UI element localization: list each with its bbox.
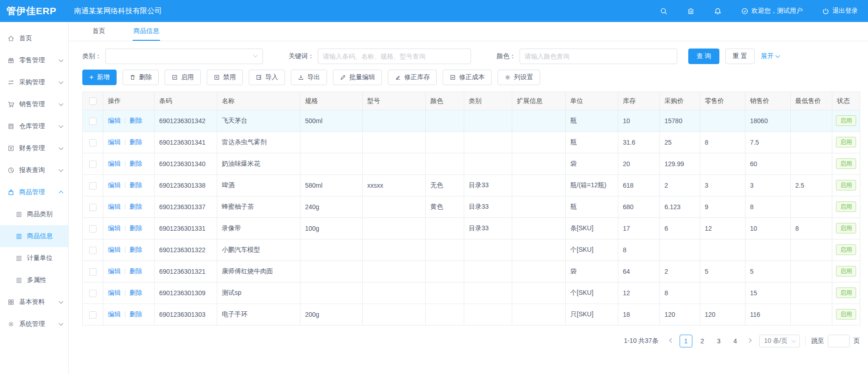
divider: [125, 311, 125, 317]
sidebar-item-basic-data[interactable]: 基本资料: [0, 291, 68, 313]
delete-link[interactable]: 删除: [129, 267, 142, 275]
delete-link[interactable]: 删除: [129, 289, 142, 296]
main-area: 首页 商品信息 类别： 关键词： 颜色： 查 询 重 置 展开 +: [69, 22, 868, 374]
import-button[interactable]: 导入: [249, 70, 285, 85]
edit-link[interactable]: 编辑: [108, 310, 121, 318]
delete-link[interactable]: 删除: [129, 203, 142, 210]
row-checkbox[interactable]: [89, 247, 96, 254]
page-number-button[interactable]: 2: [696, 335, 709, 347]
disable-button[interactable]: 禁用: [207, 70, 243, 85]
cell-model: [363, 239, 426, 261]
enable-button[interactable]: 启用: [165, 70, 201, 85]
sidebar-item-finance[interactable]: 财务管理: [0, 137, 68, 159]
cell-category: [464, 261, 512, 282]
reset-button[interactable]: 重 置: [725, 49, 755, 64]
cell-spec: 500ml: [300, 110, 363, 132]
sidebar-item-purchase[interactable]: 采购管理: [0, 71, 68, 93]
page-number-button[interactable]: 3: [713, 335, 725, 347]
select-all-checkbox[interactable]: [89, 98, 96, 105]
cell-name: 啤酒: [217, 175, 300, 196]
jump-page-input[interactable]: [828, 335, 850, 347]
sidebar-item-units[interactable]: 计量单位: [0, 247, 68, 269]
row-checkbox[interactable]: [89, 139, 96, 146]
next-page-button[interactable]: [744, 335, 755, 347]
cell-sale-price: 60: [745, 153, 791, 175]
list-icon: [16, 255, 22, 262]
table-row: 编辑删除 6901236301303 电子手环 200g 只[SKU] 18 1…: [83, 304, 860, 325]
edit-link[interactable]: 编辑: [108, 117, 121, 124]
fix-stock-button[interactable]: 修正库存: [388, 70, 437, 85]
table-row: 编辑删除 6901236301321 康师傅红烧牛肉面 袋 64 2: [83, 261, 860, 282]
sidebar-item-products[interactable]: 商品管理: [0, 181, 68, 203]
col-status: 状态: [832, 92, 860, 110]
tab-home[interactable]: 首页: [91, 22, 106, 41]
color-label: 颜色：: [497, 52, 516, 60]
color-input[interactable]: [520, 49, 677, 64]
page-size-select[interactable]: 10 条/页: [759, 335, 800, 347]
prev-page-button[interactable]: [666, 335, 678, 347]
sidebar-item-home[interactable]: 首页: [0, 27, 68, 49]
delete-link[interactable]: 删除: [129, 138, 142, 146]
status-badge: 启用: [836, 223, 856, 233]
user-welcome[interactable]: 欢迎您，测试用户: [741, 7, 803, 15]
sidebar-item-multi-attrs[interactable]: 多属性: [0, 269, 68, 291]
product-table: 操作 条码 名称 规格 型号 颜色 类别 扩展信息 单位 库存 采购价 零售价 …: [82, 92, 860, 325]
delete-link[interactable]: 删除: [129, 310, 142, 318]
cell-category: [464, 153, 512, 175]
edit-link[interactable]: 编辑: [108, 267, 121, 275]
sidebar-item-reports[interactable]: 报表查询: [0, 159, 68, 181]
edit-link[interactable]: 编辑: [108, 181, 121, 189]
cell-retail-price: 8: [700, 132, 745, 153]
expand-link[interactable]: 展开: [761, 52, 779, 60]
bank-icon[interactable]: [687, 7, 695, 15]
export-button[interactable]: 导出: [291, 70, 327, 85]
sidebar-item-product-info[interactable]: 商品信息: [0, 225, 68, 247]
edit-link[interactable]: 编辑: [108, 160, 121, 167]
search-button[interactable]: 查 询: [688, 49, 719, 64]
row-checkbox[interactable]: [89, 290, 96, 297]
cell-stock: 17: [618, 218, 660, 239]
delete-link[interactable]: 删除: [129, 181, 142, 189]
row-checkbox[interactable]: [89, 225, 96, 233]
cart-icon: [7, 101, 15, 108]
edit-link[interactable]: 编辑: [108, 289, 121, 296]
edit-link[interactable]: 编辑: [108, 203, 121, 210]
row-checkbox[interactable]: [89, 182, 96, 190]
sidebar-item-system[interactable]: 系统管理: [0, 313, 68, 335]
chevron-down-icon: [59, 58, 64, 62]
delete-button[interactable]: 删除: [123, 70, 159, 85]
sidebar-item-product-category[interactable]: 商品类别: [0, 203, 68, 225]
row-checkbox[interactable]: [89, 204, 96, 211]
row-checkbox[interactable]: [89, 118, 96, 125]
delete-link[interactable]: 删除: [129, 246, 142, 253]
page-number-button[interactable]: 4: [729, 335, 742, 347]
delete-link[interactable]: 删除: [129, 160, 142, 167]
add-button[interactable]: + 新增: [82, 70, 117, 85]
keyword-input[interactable]: [318, 49, 471, 64]
edit-link[interactable]: 编辑: [108, 246, 121, 253]
sidebar-item-retail[interactable]: 零售管理: [0, 49, 68, 71]
delete-link[interactable]: 删除: [129, 117, 142, 124]
divider: [125, 139, 125, 145]
column-settings-button[interactable]: 列设置: [498, 70, 540, 85]
row-checkbox[interactable]: [89, 161, 96, 168]
fix-cost-button[interactable]: 修正成本: [443, 70, 492, 85]
cell-unit: 只[SKU]: [566, 304, 618, 325]
col-unit: 单位: [566, 92, 618, 110]
bell-icon[interactable]: [714, 7, 722, 15]
row-checkbox[interactable]: [89, 268, 96, 276]
batch-edit-button[interactable]: 批量编辑: [333, 70, 382, 85]
status-badge: 启用: [836, 244, 856, 255]
cell-stock: 10: [618, 110, 660, 132]
page-number-button[interactable]: 1: [680, 335, 692, 347]
search-icon[interactable]: [660, 7, 668, 15]
delete-link[interactable]: 删除: [129, 224, 142, 232]
tab-product-info[interactable]: 商品信息: [133, 22, 160, 41]
sidebar-item-warehouse[interactable]: 仓库管理: [0, 115, 68, 137]
row-checkbox[interactable]: [89, 311, 96, 319]
category-select[interactable]: [105, 49, 263, 64]
logout-button[interactable]: 退出登录: [822, 7, 858, 15]
sidebar-item-sales[interactable]: 销售管理: [0, 93, 68, 115]
edit-link[interactable]: 编辑: [108, 224, 121, 232]
edit-link[interactable]: 编辑: [108, 138, 121, 146]
